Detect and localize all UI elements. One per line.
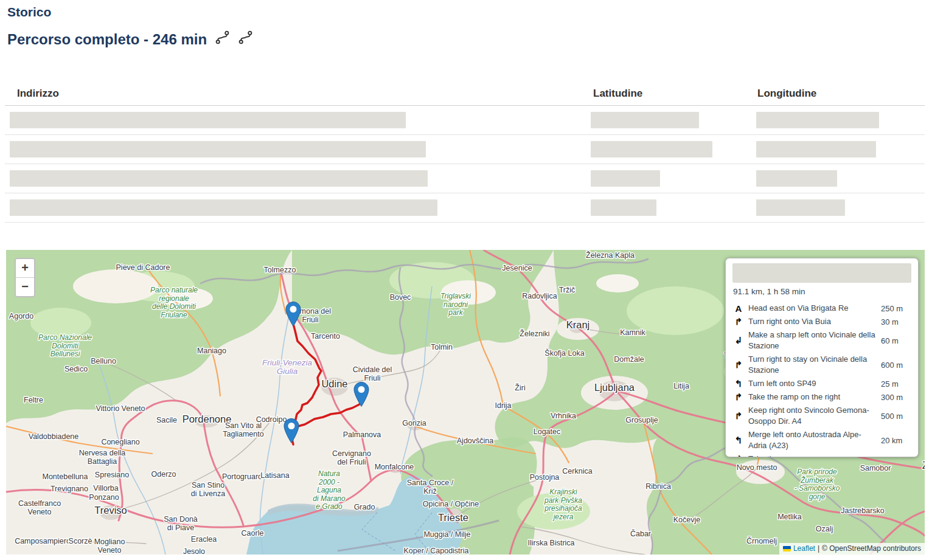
- map[interactable]: UdineLjubljanaTrevisoTriestePordenoneZag…: [6, 250, 925, 555]
- map-place-label: Tolmin: [431, 343, 453, 351]
- map-place-label: Domžale: [614, 355, 644, 364]
- map-place-label: Čabar: [630, 529, 651, 538]
- map-place-label: Jesolo: [183, 547, 205, 555]
- map-place-label: Sedico: [64, 365, 88, 373]
- zoom-control: + −: [15, 258, 35, 297]
- addr-value-redacted: [10, 141, 426, 157]
- turn-left-icon: ↰: [732, 378, 745, 389]
- map-place-label: Radovljica: [522, 292, 557, 300]
- addr-value-redacted: [10, 170, 428, 187]
- map-place-label: Kočevje: [673, 516, 701, 524]
- sharp-left-icon: ↲: [732, 335, 745, 346]
- map-place-label: Samobor: [860, 464, 891, 472]
- map-place-label: Idrija: [495, 401, 511, 410]
- step-distance: 600 m: [881, 361, 911, 370]
- map-place-label: Kamnik: [620, 328, 645, 337]
- map-place-label: Latisana: [260, 471, 289, 480]
- direction-step[interactable]: ↰Turn left onto SP4925 m: [732, 377, 911, 390]
- lon-value-redacted: [756, 112, 879, 128]
- map-place-label: Oderzo: [151, 470, 176, 479]
- col-header-indirizzo: Indirizzo: [5, 88, 581, 100]
- step-distance: 60 m: [881, 336, 911, 345]
- route-icon[interactable]: [238, 30, 253, 49]
- turn-right-icon: ↱: [732, 359, 745, 370]
- map-place-label: Grosuplje: [625, 416, 658, 424]
- step-distance: 20 km: [881, 436, 911, 445]
- zoom-in-button[interactable]: +: [16, 259, 34, 277]
- table-row: [5, 106, 925, 135]
- step-distance: 25 m: [881, 379, 911, 389]
- table-row: [5, 135, 925, 164]
- map-place-label: Koper / Capodistria: [403, 547, 468, 555]
- direction-step[interactable]: ↱Turn right onto Via Buia30 m: [732, 315, 911, 328]
- table-row: [5, 193, 925, 223]
- map-place-label: Conegliano: [101, 438, 139, 446]
- map-place-label: Postojna: [530, 473, 560, 482]
- map-place-label: Maniago: [197, 347, 226, 355]
- direction-step[interactable]: ↱Keep right onto Svincolo Gemona-Osoppo …: [732, 404, 911, 428]
- directions-panel[interactable]: 91.1 km, 1 h 58 min AHead east on Via Br…: [725, 258, 919, 457]
- map-place-label: Cerknica: [562, 467, 592, 475]
- zoom-out-button[interactable]: −: [16, 277, 34, 296]
- ramp-right-icon: ↱: [732, 392, 745, 403]
- step-distance: 300 m: [881, 393, 911, 402]
- map-place-label: Ponzano: [89, 493, 119, 502]
- map-place-label: San Stinodi Livenza: [191, 481, 225, 498]
- map-place-label: Žiri: [515, 383, 525, 392]
- map-place-label: Tarcento: [311, 332, 340, 340]
- map-place-label: Villorba: [93, 484, 119, 493]
- map-place-label: San Vito alTagliamento: [223, 421, 263, 438]
- table-body: [5, 106, 925, 223]
- lon-value-redacted: [756, 170, 837, 187]
- step-instruction: Head east on Via Brigata Re: [745, 303, 877, 314]
- map-place-label: Trevignano: [50, 485, 88, 493]
- lat-value-redacted: [591, 199, 656, 216]
- map-place-label: Belluno: [91, 357, 116, 365]
- lat-value-redacted: [591, 170, 660, 187]
- map-place-label: Ozalj: [816, 525, 833, 533]
- direction-step[interactable]: ↱Take the800 m: [732, 452, 911, 457]
- depart-icon: A: [732, 303, 745, 314]
- route-icon[interactable]: [215, 30, 230, 49]
- lon-value-redacted: [756, 199, 845, 216]
- direction-step[interactable]: ↲Make a sharp left onto Vicinale della S…: [732, 328, 911, 353]
- directions-steps: AHead east on Via Brigata Re250 m↱Turn r…: [732, 302, 911, 457]
- map-place-label: Pieve di Cadore: [116, 263, 170, 272]
- col-header-latitudine: Latitudine: [581, 88, 745, 100]
- ramp-right-icon: ↱: [732, 454, 745, 457]
- map-place-label: Vrhnika: [551, 412, 576, 420]
- direction-step[interactable]: ↱Take the ramp on the right300 m: [732, 390, 911, 404]
- page-title: Storico: [7, 5, 51, 19]
- direction-step[interactable]: ↰Merge left onto Autostrada Alpe-Adria (…: [732, 428, 911, 452]
- step-distance: 500 m: [881, 412, 911, 421]
- map-place-label: Codroipo: [256, 415, 287, 424]
- map-place-label: Scorzè: [69, 537, 92, 545]
- map-place-label: Jastrebarsko: [841, 506, 885, 515]
- step-instruction: Turn right to stay on Vicinale della Sta…: [745, 354, 877, 376]
- step-distance: 800 m: [881, 455, 911, 458]
- osm-attribution-link[interactable]: © OpenStreetMap contributors: [822, 544, 921, 553]
- lon-value-redacted: [756, 141, 876, 157]
- map-place-label: Metlika: [777, 513, 802, 521]
- route-summary: 91.1 km, 1 h 58 min: [733, 287, 911, 296]
- direction-step[interactable]: ↱Turn right to stay on Vicinale della St…: [732, 353, 911, 377]
- map-place-label: Treviso: [94, 505, 127, 516]
- map-place-label: Zagreb: [922, 460, 925, 471]
- map-place-label: MoglianoVeneto: [94, 538, 125, 555]
- attribution-separator: |: [818, 544, 819, 553]
- map-place-label: Trieste: [438, 512, 468, 523]
- route-heading-label: Percorso completo - 246 min: [7, 31, 207, 48]
- step-distance: 250 m: [881, 304, 911, 313]
- direction-step[interactable]: AHead east on Via Brigata Re250 m: [732, 302, 911, 315]
- map-attribution: Leaflet | © OpenStreetMap contributors: [779, 543, 925, 555]
- step-distance: 30 m: [881, 317, 911, 327]
- map-place-label: Bovec: [390, 293, 411, 302]
- turn-right-icon: ↱: [732, 316, 745, 327]
- leaflet-link[interactable]: Leaflet: [793, 544, 815, 553]
- keep-right-icon: ↱: [732, 410, 745, 421]
- map-place-label: Caorle: [242, 529, 264, 538]
- history-table: Indirizzo Latitudine Longitudine: [5, 82, 925, 223]
- table-header-row: Indirizzo Latitudine Longitudine: [5, 82, 925, 106]
- map-place-label: Črnomelj: [746, 536, 777, 545]
- map-place-label: Udine: [321, 378, 347, 389]
